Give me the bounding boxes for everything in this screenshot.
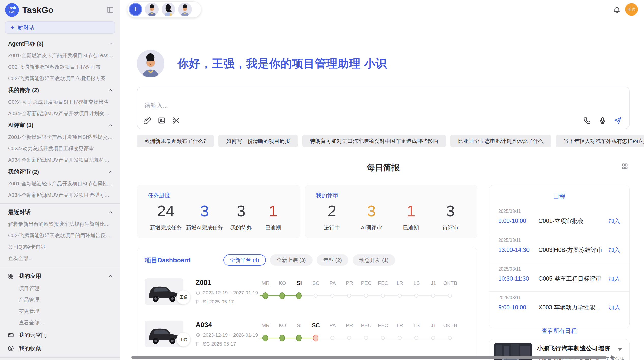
sidebar-section-header[interactable]: Agent已办 (3) (0, 38, 120, 50)
milestone-dot-todo[interactable] (347, 294, 351, 298)
sidebar-task-item[interactable]: C02-飞腾新能源轻客改款项目里程碑画布 (0, 61, 120, 73)
sidebar-task-item[interactable]: Z001-全新燃油轻卡产品开发项目SI节点属性5D文件评审 (0, 178, 120, 189)
phone-icon[interactable] (583, 116, 591, 125)
image-upload-icon[interactable] (158, 116, 166, 125)
join-link[interactable]: 加入 (608, 246, 620, 254)
chevron-up-icon[interactable] (108, 41, 113, 47)
new-chat-button[interactable]: + 新对话 (5, 21, 115, 34)
app-sub-item[interactable]: 变更管理 (0, 306, 120, 317)
milestone-dot-overdue[interactable] (313, 335, 318, 341)
recent-chat-item[interactable]: 解释最新出台的欧盟报废车法规再生塑料比例被调至15%... (0, 218, 120, 230)
milestone: KO (274, 322, 291, 329)
scroll-right-arrow[interactable] (611, 355, 615, 359)
user-avatar[interactable]: 王强 (625, 3, 638, 16)
recent-chat-item[interactable]: 公司Q3轻卡销量 (0, 241, 120, 253)
sidebar-task-item[interactable]: A034-全新新能源MUV产品开发项目计划变更表编写 (0, 108, 120, 119)
app-title: TaskGo (22, 5, 106, 15)
milestone-dot-todo[interactable] (381, 336, 385, 340)
link-label: 我的云空间 (19, 331, 47, 339)
dashboard-tab[interactable]: 全新平台 (4) (223, 254, 266, 266)
milestone-dot-todo[interactable] (314, 294, 318, 298)
app-sub-item[interactable]: 产品管理 (0, 294, 120, 306)
chevron-up-icon[interactable] (108, 169, 113, 175)
suggestion-chip[interactable]: 特朗普可能对进口汽车增税会对中国车企造成哪些影响 (302, 135, 446, 147)
milestone-dot-done[interactable] (279, 292, 285, 299)
sidebar-task-item[interactable]: C02-飞腾新能源轻客改款项目立项汇报方案 (0, 73, 120, 84)
stat-value: 3 (186, 202, 223, 220)
suggestion-chip[interactable]: 如何写一份清晰的项目周报 (218, 135, 298, 147)
milestone-dot-todo[interactable] (431, 294, 435, 298)
project-owner-badge[interactable]: 王强 (176, 332, 191, 347)
notifications-bell-icon[interactable] (613, 6, 621, 14)
schedule-time: 13:00-14:30 (498, 247, 538, 253)
recent-chat-item[interactable]: C02-飞腾新能源轻客改款项目的闭环通告反馈情况 (0, 230, 120, 241)
milestone-dot-done[interactable] (262, 292, 268, 299)
milestone-dot-done[interactable] (296, 335, 302, 341)
schedule-item: 2025/03/1113:00-14:30C003|H0B-方案冻结评审加入 (489, 234, 629, 263)
send-icon[interactable] (614, 116, 622, 125)
milestone-dot-todo[interactable] (364, 336, 368, 340)
milestone-dot-todo[interactable] (330, 336, 334, 340)
sidebar-section-header[interactable]: 我的评审 (2) (0, 166, 120, 178)
milestone-dot-todo[interactable] (347, 336, 351, 340)
join-link[interactable]: 加入 (608, 304, 620, 311)
milestone-dot-todo[interactable] (431, 336, 435, 340)
new-session-button[interactable]: + (129, 3, 142, 16)
sidebar-link-star-circle[interactable]: 我的收藏 (0, 342, 120, 355)
milestone-dot-done[interactable] (262, 335, 268, 341)
sidebar-section-header[interactable]: AI评审 (3) (0, 119, 120, 131)
sidebar-link-drive[interactable]: 我的云空间 (0, 328, 120, 342)
milestone-dot-todo[interactable] (398, 294, 402, 298)
session-avatar-3[interactable] (178, 3, 192, 16)
my-apps-header[interactable]: 我的应用 (0, 269, 120, 283)
project-owner-badge[interactable]: 王强 (176, 290, 191, 304)
greeting-text: 你好，王强，我是你的项目管理助理 小识 (178, 56, 387, 71)
milestone-dot-todo[interactable] (364, 294, 368, 298)
project-row: 王强A0342023-12-19 ~ 2026-01-19SC-2025-05-… (145, 318, 470, 350)
suggestion-chip[interactable]: 欧洲新规最近颁布了什么? (137, 135, 214, 147)
session-avatar-1[interactable] (145, 3, 159, 16)
scroll-down-arrow[interactable] (618, 348, 622, 351)
horizontal-scrollbar[interactable] (131, 356, 607, 359)
attachment-icon[interactable] (143, 116, 152, 125)
join-link[interactable]: 加入 (608, 217, 620, 225)
sidebar-task-item[interactable]: C0X4-动力总成开发项目工程变更评审 (0, 143, 120, 154)
milestone-dot-done[interactable] (279, 335, 285, 341)
view-all-schedule-link[interactable]: 查看所有日程 (489, 321, 629, 335)
dashboard-tab[interactable]: 年型 (2) (317, 254, 349, 266)
sidebar-task-item[interactable]: A034-全新新能源MUV产品开发项目造型可行性评审 (0, 189, 120, 201)
sidebar-task-item[interactable]: Z001-全新燃油轻卡产品开发项目SI造型提交物评审 (0, 131, 120, 143)
session-avatar-2[interactable] (162, 3, 175, 16)
milestone-dot-todo[interactable] (398, 336, 402, 340)
sidebar-task-item[interactable]: C0X4-动力总成开发项目SI里程碑提交物检查 (0, 96, 120, 108)
milestone-dot-todo[interactable] (414, 336, 418, 340)
chevron-up-icon[interactable] (108, 123, 113, 128)
chevron-up-icon[interactable] (108, 209, 113, 215)
milestone-dot-todo[interactable] (448, 336, 452, 340)
mic-icon[interactable] (598, 116, 607, 125)
chevron-up-icon[interactable] (108, 273, 113, 279)
sidebar-collapse-icon[interactable] (106, 6, 114, 14)
chevron-up-icon[interactable] (108, 87, 113, 93)
join-link[interactable]: 加入 (608, 275, 620, 283)
milestone-dot-todo[interactable] (448, 294, 452, 298)
sidebar-section-header[interactable]: 我的待办 (2) (0, 84, 120, 96)
dashboard-tab[interactable]: 动总开发 (1) (353, 254, 395, 266)
sidebar-task-item[interactable]: Z001-全新燃油皮卡产品开发项目SI节点Lesson Learn报告 (0, 50, 120, 61)
app-sub-item[interactable]: 项目管理 (0, 283, 120, 294)
suggestion-chip[interactable]: 当下年轻人对汽车外观有怎样的喜好趋势 (556, 135, 644, 147)
scissors-icon[interactable] (172, 116, 180, 125)
chat-input[interactable] (137, 87, 481, 113)
milestone-dot-todo[interactable] (414, 294, 418, 298)
milestone-dot-todo[interactable] (330, 294, 334, 298)
suggestion-chip[interactable]: 比亚迪全固态电池计划具体说了什么 (450, 135, 551, 147)
recent-chats-header[interactable]: 最近对话 (0, 206, 120, 218)
app-sub-item[interactable]: 查看全部... (0, 317, 120, 328)
chat-input-card (137, 87, 630, 129)
recent-chat-item[interactable]: 查看全部... (0, 253, 120, 264)
dashboard-tab[interactable]: 全新上装 (3) (270, 254, 313, 266)
brief-layout-icon[interactable] (621, 163, 628, 170)
sidebar-task-item[interactable]: A034-全新新能源MUV产品开发项目法规符合性评审 (0, 154, 120, 166)
milestone-dot-done[interactable] (296, 292, 302, 299)
milestone-dot-todo[interactable] (381, 294, 385, 298)
